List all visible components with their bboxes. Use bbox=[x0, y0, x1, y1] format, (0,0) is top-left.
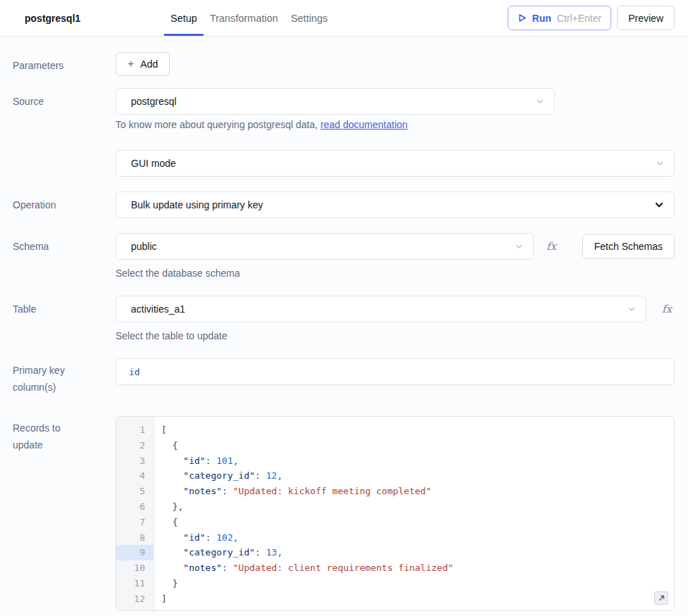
line-number: 8 bbox=[116, 530, 154, 546]
line-number: 12 bbox=[116, 591, 154, 607]
operation-select[interactable]: Bulk update using primary key bbox=[115, 191, 675, 218]
line-number: 6 bbox=[116, 499, 154, 515]
line-number: 11 bbox=[116, 576, 154, 591]
operation-select-value: Bulk update using primary key bbox=[131, 199, 263, 210]
row-records: Records to update 123456789101112 [ { "i… bbox=[13, 416, 675, 611]
chevron-down-icon bbox=[536, 97, 544, 106]
line-numbers-gutter: 123456789101112 bbox=[116, 417, 154, 610]
fx-toggle[interactable]: fx bbox=[546, 240, 556, 253]
read-documentation-link[interactable]: read documentation bbox=[320, 119, 408, 130]
code-line: ] bbox=[161, 591, 674, 607]
source-label: Source bbox=[13, 88, 115, 108]
source-help-text: To know more about querying postgresql d… bbox=[115, 119, 320, 130]
line-number: 4 bbox=[116, 468, 154, 484]
query-editor: postgresql1 Setup Transformation Setting… bbox=[0, 0, 688, 611]
code-line: "category_id": 13, bbox=[161, 545, 674, 560]
table-help: Select the table to update bbox=[115, 330, 675, 341]
source-select[interactable]: postgresql bbox=[115, 88, 555, 115]
code-line: [ bbox=[161, 422, 674, 438]
code-line: { bbox=[161, 515, 674, 530]
chevron-down-icon bbox=[627, 305, 636, 313]
row-table: Table activities_a1 fx Select the table … bbox=[13, 296, 675, 341]
line-number: 7 bbox=[116, 515, 154, 530]
records-label: Records to update bbox=[13, 416, 115, 453]
code-area: [ { "id": 101, "category_id": 12, "notes… bbox=[154, 417, 674, 610]
header-actions: Run Ctrl+Enter Preview bbox=[508, 6, 675, 30]
query-name[interactable]: postgresql1 bbox=[25, 0, 164, 36]
tab-setup[interactable]: Setup bbox=[164, 0, 204, 36]
chevron-down-icon bbox=[654, 200, 664, 210]
mode-select-value: GUI mode bbox=[131, 158, 176, 169]
run-shortcut: Ctrl+Enter bbox=[557, 13, 601, 24]
source-help: To know more about querying postgresql d… bbox=[115, 119, 675, 130]
code-line: { bbox=[161, 438, 674, 453]
fetch-schemas-button[interactable]: Fetch Schemas bbox=[582, 234, 675, 259]
line-number: 9 bbox=[116, 545, 154, 560]
parameters-label: Parameters bbox=[13, 52, 115, 73]
schema-select[interactable]: public bbox=[115, 233, 534, 260]
code-line: "id": 102, bbox=[161, 530, 674, 546]
code-line: "notes": "Updated: client requirements f… bbox=[161, 560, 674, 576]
tab-transformation[interactable]: Transformation bbox=[204, 0, 284, 36]
operation-label: Operation bbox=[13, 191, 115, 212]
expand-icon bbox=[658, 594, 665, 602]
row-schema: Schema public fx Fetch Schemas Select th… bbox=[13, 233, 675, 279]
line-number: 5 bbox=[116, 484, 154, 499]
row-operation: Operation Bulk update using primary key bbox=[13, 191, 675, 218]
line-number: 3 bbox=[116, 453, 154, 469]
table-label: Table bbox=[13, 296, 115, 316]
code-line: "category_id": 12, bbox=[161, 468, 674, 484]
records-code-editor[interactable]: 123456789101112 [ { "id": 101, "category… bbox=[115, 416, 675, 611]
table-select-value: activities_a1 bbox=[131, 303, 185, 315]
row-primary-key: Primary key column(s) bbox=[13, 358, 675, 396]
query-header: postgresql1 Setup Transformation Setting… bbox=[0, 0, 688, 37]
plus-icon: + bbox=[127, 58, 134, 70]
line-number: 2 bbox=[116, 438, 154, 453]
fx-toggle[interactable]: fx bbox=[662, 303, 672, 315]
schema-select-value: public bbox=[131, 241, 157, 252]
code-line: } bbox=[161, 576, 674, 591]
row-parameters: Parameters + Add bbox=[13, 52, 675, 76]
header-tabs: Setup Transformation Settings bbox=[164, 0, 334, 36]
run-button[interactable]: Run Ctrl+Enter bbox=[508, 6, 612, 30]
code-line: }, bbox=[161, 499, 674, 515]
chevron-down-icon bbox=[515, 242, 523, 251]
add-label: Add bbox=[140, 58, 158, 70]
schema-help: Select the database schema bbox=[115, 268, 675, 279]
expand-editor-button[interactable] bbox=[654, 591, 668, 605]
play-icon bbox=[518, 13, 527, 23]
run-label: Run bbox=[532, 13, 551, 24]
line-number: 10 bbox=[116, 560, 154, 576]
code-line: "notes": "Updated: kickoff meeting compl… bbox=[161, 484, 674, 499]
code-line: "id": 101, bbox=[161, 453, 674, 469]
line-number: 1 bbox=[116, 422, 154, 438]
preview-button[interactable]: Preview bbox=[617, 6, 675, 30]
add-parameter-button[interactable]: + Add bbox=[115, 52, 170, 76]
primary-key-label: Primary key column(s) bbox=[13, 358, 115, 396]
mode-select[interactable]: GUI mode bbox=[115, 150, 675, 177]
row-source: Source postgresql To know more about que… bbox=[13, 88, 675, 177]
setup-panel: Parameters + Add Source postgresql To bbox=[0, 37, 688, 611]
schema-label: Schema bbox=[13, 233, 115, 253]
table-select[interactable]: activities_a1 bbox=[115, 296, 646, 322]
primary-key-input[interactable] bbox=[115, 358, 675, 385]
source-select-value: postgresql bbox=[131, 96, 177, 107]
tab-settings[interactable]: Settings bbox=[284, 0, 334, 36]
chevron-down-icon bbox=[656, 159, 664, 168]
